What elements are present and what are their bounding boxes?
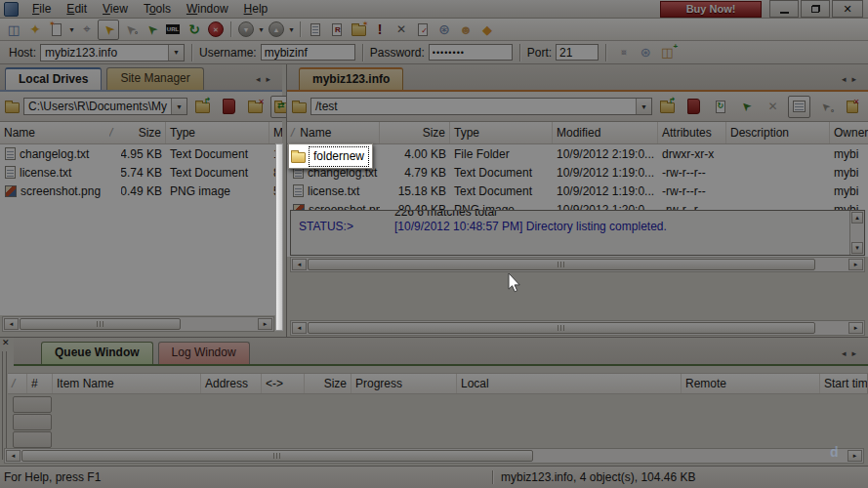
rename-input[interactable]: foldernew: [309, 146, 369, 167]
folder-icon: [291, 152, 306, 163]
mouse-cursor: [508, 272, 521, 293]
dim-overlay: [0, 0, 868, 488]
pane-splitter[interactable]: [275, 143, 283, 331]
watermark: d: [830, 444, 839, 460]
rename-spotlight: foldernew: [288, 143, 373, 169]
ftp-client-window: File Edit View Tools Window Help Buy Now…: [0, 0, 868, 488]
